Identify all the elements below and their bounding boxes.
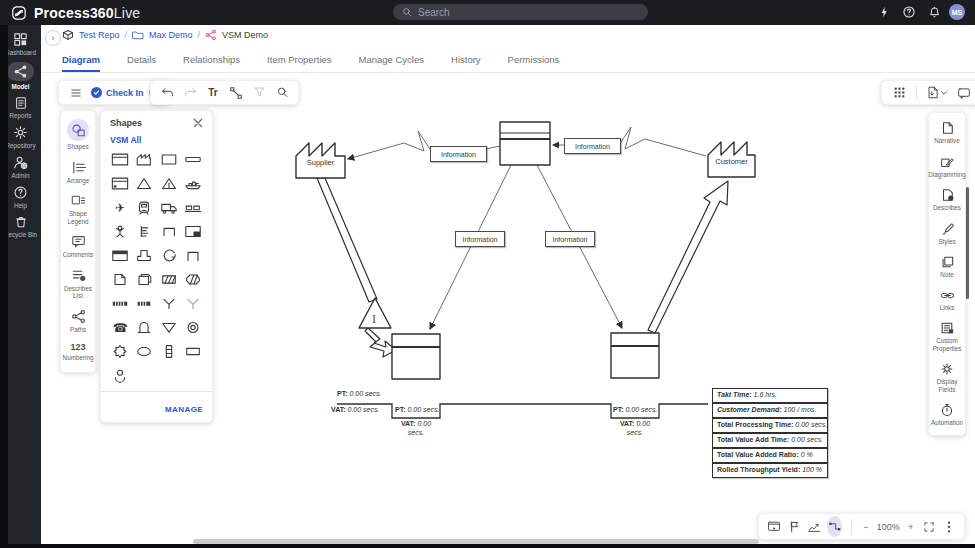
menu-button[interactable] [66, 83, 86, 103]
tab-details[interactable]: Details [127, 54, 156, 72]
notifications-button[interactable] [924, 2, 944, 22]
tool-links[interactable]: Links [928, 289, 966, 312]
shape-withdrawal[interactable] [181, 248, 205, 263]
shape-kaizen-burst[interactable] [108, 344, 132, 359]
vertical-scrollbar[interactable] [966, 187, 969, 299]
shape-dock[interactable] [181, 200, 205, 215]
shape-operator[interactable] [108, 368, 132, 383]
quick-actions-button[interactable] [874, 2, 894, 22]
tab-permissions[interactable]: Permissions [508, 54, 560, 72]
shape-antenna-light[interactable] [181, 296, 205, 311]
shape-shared-process[interactable] [108, 176, 132, 191]
tool-numbering[interactable]: 123 Numbering [60, 342, 96, 362]
shape-hatched-octagon[interactable] [181, 272, 205, 287]
undo-button[interactable] [157, 83, 177, 103]
comments-button[interactable] [954, 83, 974, 103]
shape-cycle-arrow[interactable] [157, 248, 181, 263]
tool-paths[interactable]: Paths [60, 309, 96, 334]
shape-wide-rectangle[interactable] [181, 344, 205, 359]
fullscreen-button[interactable] [922, 517, 936, 537]
fit-view-button[interactable] [767, 517, 781, 537]
tool-describes-list[interactable]: Describes List [60, 268, 96, 300]
shape-striped-bar[interactable] [108, 296, 132, 311]
shape-truck[interactable] [157, 200, 181, 215]
tool-shapes[interactable]: Shapes [60, 119, 96, 151]
manage-shapes-link[interactable]: MANAGE [165, 405, 203, 414]
shape-buffer[interactable] [132, 320, 156, 335]
tool-shape-legend[interactable]: Shape Legend [60, 193, 96, 225]
process-box-left[interactable] [392, 334, 440, 379]
milestone-button[interactable] [787, 517, 801, 537]
redo-button[interactable] [180, 83, 200, 103]
shape-triangle[interactable] [132, 176, 156, 191]
shape-data-box[interactable] [108, 248, 132, 263]
shape-leveling[interactable] [132, 224, 156, 239]
tab-manage-cycles[interactable]: Manage Cycles [359, 54, 424, 72]
shape-go-see[interactable] [157, 224, 181, 239]
shape-inverted-triangle[interactable] [157, 320, 181, 335]
shape-telephone[interactable]: ☎ [108, 320, 132, 335]
check-in-button[interactable]: Check In [91, 87, 144, 98]
shape-antenna[interactable] [157, 296, 181, 311]
close-icon[interactable] [193, 118, 203, 128]
tool-styles[interactable]: Styles [928, 222, 966, 246]
timeline-pt-2: PT: 0.00 secs. [395, 406, 439, 413]
shape-push[interactable] [132, 248, 156, 263]
shape-target[interactable] [181, 320, 205, 335]
search-input[interactable]: Search [393, 4, 648, 20]
tab-history[interactable]: History [451, 54, 481, 72]
shape-ellipse[interactable] [132, 344, 156, 359]
tab-item-properties[interactable]: Item Properties [267, 54, 331, 72]
breadcrumb-repo[interactable]: Test Repo [79, 30, 120, 40]
shape-process-box[interactable] [108, 152, 132, 167]
production-control-shape[interactable] [500, 122, 550, 165]
zoom-in-button[interactable]: + [906, 517, 916, 537]
vsm-metrics-table[interactable]: Takt Time: 1.6 hrs. Customer Demand: 100… [712, 388, 828, 478]
shape-airplane[interactable]: ✈ [108, 200, 132, 215]
connector-tool-button[interactable] [226, 83, 246, 103]
information-box-3[interactable]: Information [455, 231, 505, 247]
text-tool-button[interactable]: Tr [203, 83, 223, 103]
more-options-button[interactable] [942, 517, 956, 537]
shape-rectangle[interactable] [157, 152, 181, 167]
shape-train[interactable] [132, 200, 156, 215]
information-box-1[interactable]: Information [430, 146, 487, 162]
tool-diagramming[interactable]: Diagramming [928, 155, 966, 179]
filter-button[interactable] [249, 83, 269, 103]
zoom-out-button[interactable]: − [861, 517, 871, 537]
shape-ship[interactable] [181, 176, 205, 191]
collapse-panel-button[interactable]: › [45, 30, 61, 46]
tab-diagram[interactable]: Diagram [62, 54, 100, 72]
information-box-2[interactable]: Information [564, 138, 621, 154]
grid-view-button[interactable] [889, 83, 909, 103]
tool-note[interactable]: Note [928, 255, 966, 279]
shape-hatched-box[interactable] [157, 272, 181, 287]
shape-document[interactable] [108, 272, 132, 287]
shape-operator-cheer[interactable] [108, 224, 132, 239]
tool-describes[interactable]: Describes [928, 188, 966, 212]
tool-custom-properties[interactable]: Custom Properties [928, 321, 966, 352]
shape-kanban-post[interactable] [181, 224, 205, 239]
process-box-right[interactable] [611, 333, 659, 378]
shapes-category-link[interactable]: VSM All [101, 132, 212, 150]
search-diagram-button[interactable] [272, 83, 292, 103]
shape-safety-stock[interactable] [157, 176, 181, 191]
tool-automation[interactable]: Automation [928, 403, 966, 427]
tool-comments[interactable]: Comments [60, 234, 96, 259]
chart-button[interactable] [807, 517, 821, 537]
tool-arrange[interactable]: Arrange [60, 160, 96, 185]
connector-style-button[interactable] [827, 516, 842, 537]
export-button[interactable] [924, 83, 950, 103]
shape-factory[interactable] [132, 152, 156, 167]
shape-thin-rectangle[interactable] [181, 152, 205, 167]
tool-narrative[interactable]: Narrative [928, 121, 966, 145]
shape-fifo-lane[interactable] [157, 344, 181, 359]
avatar[interactable]: MS [949, 4, 965, 20]
shape-document-stack[interactable] [132, 272, 156, 287]
tab-relationships[interactable]: Relationships [183, 54, 240, 72]
help-button[interactable] [899, 2, 919, 22]
information-box-4[interactable]: Information [545, 231, 595, 247]
breadcrumb-folder[interactable]: Max Demo [149, 30, 193, 40]
tool-display-fields[interactable]: Display Fields [928, 362, 966, 393]
shape-striped-bar-2[interactable] [132, 296, 156, 311]
